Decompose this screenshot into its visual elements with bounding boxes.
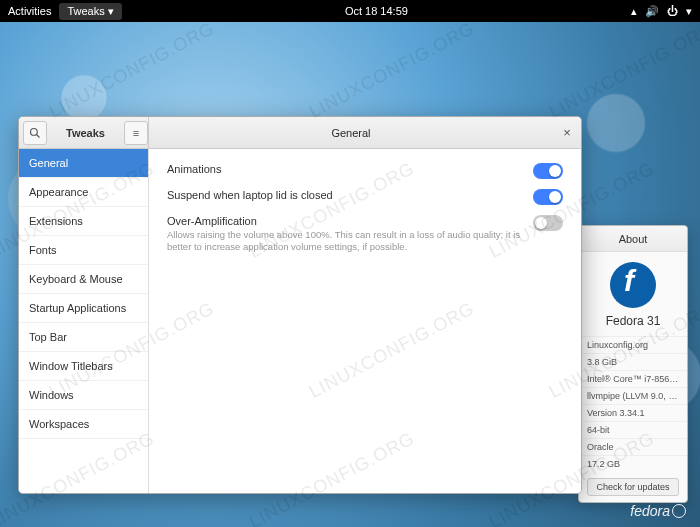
setting-animations: Animations bbox=[167, 163, 563, 179]
about-os-type: 64-bit bbox=[579, 421, 687, 438]
setting-over-amplification: Over-Amplification Allows raising the vo… bbox=[167, 215, 563, 254]
tweaks-section-title: General bbox=[149, 127, 553, 139]
sidebar-item-extensions[interactable]: Extensions bbox=[19, 207, 148, 236]
app-menu[interactable]: Tweaks ▾ bbox=[59, 3, 121, 20]
svg-line-1 bbox=[37, 134, 40, 137]
activities-button[interactable]: Activities bbox=[8, 5, 51, 17]
close-button[interactable]: × bbox=[553, 125, 581, 140]
setting-suspend-lid: Suspend when laptop lid is closed bbox=[167, 189, 563, 205]
tweaks-sidebar: General Appearance Extensions Fonts Keyb… bbox=[19, 149, 149, 493]
status-chevron-icon[interactable]: ▾ bbox=[686, 5, 692, 18]
fedora-brand-label: fedora bbox=[630, 503, 686, 519]
fedora-logo-icon bbox=[610, 262, 656, 308]
animations-label: Animations bbox=[167, 163, 523, 175]
about-title: About bbox=[579, 226, 687, 252]
sidebar-item-top-bar[interactable]: Top Bar bbox=[19, 323, 148, 352]
overamp-toggle[interactable] bbox=[533, 215, 563, 231]
tweaks-headerbar: Tweaks ≡ General × bbox=[19, 117, 581, 149]
power-icon[interactable]: ⏻ bbox=[667, 5, 678, 17]
overamp-description: Allows raising the volume above 100%. Th… bbox=[167, 229, 523, 254]
fedora-brand-icon bbox=[672, 504, 686, 518]
overamp-label: Over-Amplification bbox=[167, 215, 523, 227]
about-device-name: Linuxconfig.org bbox=[579, 336, 687, 353]
volume-icon[interactable]: 🔊 bbox=[645, 5, 659, 18]
about-window: About Fedora 31 Linuxconfig.org 3.8 GiB … bbox=[578, 225, 688, 503]
check-updates-button[interactable]: Check for updates bbox=[587, 478, 679, 496]
about-cpu: Intel® Core™ i7-8565U CPU @ … bbox=[579, 370, 687, 387]
sidebar-item-windows[interactable]: Windows bbox=[19, 381, 148, 410]
animations-toggle[interactable] bbox=[533, 163, 563, 179]
tweaks-title: Tweaks bbox=[51, 127, 120, 139]
about-graphics: llvmpipe (LLVM 9.0, 256 bits) bbox=[579, 387, 687, 404]
tweaks-window: Tweaks ≡ General × General Appearance Ex… bbox=[18, 116, 582, 494]
sidebar-item-startup-apps[interactable]: Startup Applications bbox=[19, 294, 148, 323]
about-disk: 17.2 GB bbox=[579, 455, 687, 472]
search-button[interactable] bbox=[23, 121, 47, 145]
svg-point-0 bbox=[31, 128, 38, 135]
clock[interactable]: Oct 18 14:59 bbox=[122, 5, 631, 17]
about-gnome-version: Version 3.34.1 bbox=[579, 404, 687, 421]
hamburger-button[interactable]: ≡ bbox=[124, 121, 148, 145]
about-os-name: Fedora 31 bbox=[579, 314, 687, 328]
sidebar-item-fonts[interactable]: Fonts bbox=[19, 236, 148, 265]
sidebar-item-keyboard-mouse[interactable]: Keyboard & Mouse bbox=[19, 265, 148, 294]
suspend-lid-toggle[interactable] bbox=[533, 189, 563, 205]
network-icon[interactable]: ▴ bbox=[631, 5, 637, 18]
hamburger-icon: ≡ bbox=[133, 127, 139, 139]
sidebar-item-workspaces[interactable]: Workspaces bbox=[19, 410, 148, 439]
gnome-top-panel: Activities Tweaks ▾ Oct 18 14:59 ▴ 🔊 ⏻ ▾ bbox=[0, 0, 700, 22]
close-icon: × bbox=[563, 125, 571, 140]
about-memory: 3.8 GiB bbox=[579, 353, 687, 370]
sidebar-item-general[interactable]: General bbox=[19, 149, 148, 178]
tweaks-content: Animations Suspend when laptop lid is cl… bbox=[149, 149, 581, 493]
sidebar-item-appearance[interactable]: Appearance bbox=[19, 178, 148, 207]
suspend-lid-label: Suspend when laptop lid is closed bbox=[167, 189, 523, 201]
search-icon bbox=[29, 127, 41, 139]
about-virtualization: Oracle bbox=[579, 438, 687, 455]
sidebar-item-window-titlebars[interactable]: Window Titlebars bbox=[19, 352, 148, 381]
